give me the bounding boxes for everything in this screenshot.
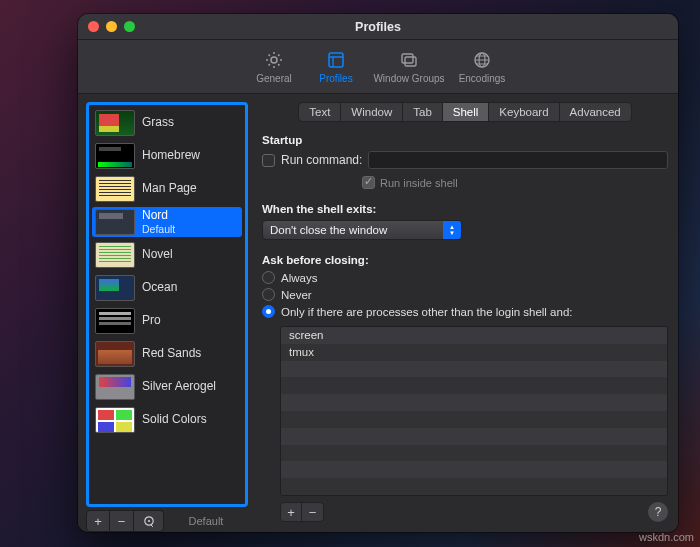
svg-rect-2 bbox=[402, 54, 413, 63]
profile-sub: Default bbox=[142, 223, 175, 235]
default-button[interactable]: Default bbox=[164, 510, 248, 532]
profile-actions-menu[interactable] bbox=[134, 510, 164, 532]
run-command-checkbox[interactable] bbox=[262, 154, 275, 167]
profile-thumbnail bbox=[95, 110, 135, 136]
run-command-input[interactable] bbox=[368, 151, 668, 169]
profile-name: Ocean bbox=[142, 281, 177, 295]
process-row[interactable] bbox=[281, 478, 667, 495]
close-window-icon[interactable] bbox=[88, 21, 99, 32]
profile-item[interactable]: Silver Aerogel bbox=[92, 372, 242, 402]
traffic-lights bbox=[88, 21, 135, 32]
profile-thumbnail bbox=[95, 374, 135, 400]
svg-rect-3 bbox=[405, 57, 416, 66]
process-row[interactable] bbox=[281, 428, 667, 445]
profile-item[interactable]: Solid Colors bbox=[92, 405, 242, 435]
radio-row-onlyif: Only if there are processes other than t… bbox=[262, 305, 668, 318]
settings-panel: TextWindowTabShellKeyboardAdvanced Start… bbox=[248, 94, 678, 532]
shell-exit-header: When the shell exits: bbox=[262, 203, 668, 215]
process-row[interactable] bbox=[281, 361, 667, 378]
process-row[interactable] bbox=[281, 411, 667, 428]
toolbar: GeneralProfilesWindow GroupsEncodings bbox=[78, 40, 678, 94]
add-process-button[interactable]: + bbox=[280, 502, 302, 522]
ask-before-closing-header: Ask before closing: bbox=[262, 254, 668, 266]
radio-always-label: Always bbox=[281, 272, 317, 284]
radio-never[interactable] bbox=[262, 288, 275, 301]
radio-onlyif-label: Only if there are processes other than t… bbox=[281, 306, 573, 318]
profile-thumbnail bbox=[95, 275, 135, 301]
toolbar-groups[interactable]: Window Groups bbox=[368, 45, 450, 88]
process-row[interactable] bbox=[281, 394, 667, 411]
process-row[interactable] bbox=[281, 461, 667, 478]
updown-icon: ▲▼ bbox=[443, 221, 461, 239]
run-command-row: Run command: bbox=[262, 151, 668, 169]
stack-icon bbox=[398, 49, 420, 71]
profile-name: Grass bbox=[142, 116, 174, 130]
tab-bar: TextWindowTabShellKeyboardAdvanced bbox=[262, 102, 668, 122]
profile-name: Man Page bbox=[142, 182, 197, 196]
tab-tab[interactable]: Tab bbox=[403, 102, 443, 122]
profile-name: Homebrew bbox=[142, 149, 200, 163]
gear-icon bbox=[263, 49, 285, 71]
profile-item[interactable]: Grass bbox=[92, 108, 242, 138]
watermark: wskdn.com bbox=[639, 531, 694, 543]
sidebar-footer: + − Default bbox=[86, 510, 248, 532]
tab-advanced[interactable]: Advanced bbox=[560, 102, 632, 122]
remove-profile-button[interactable]: − bbox=[110, 510, 134, 532]
radio-row-always: Always bbox=[262, 271, 668, 284]
process-list[interactable]: screentmux bbox=[280, 326, 668, 496]
profile-thumbnail bbox=[95, 242, 135, 268]
profile-item[interactable]: Pro bbox=[92, 306, 242, 336]
content: GrassHomebrewMan PageNordDefaultNovelOce… bbox=[78, 94, 678, 532]
startup-header: Startup bbox=[262, 134, 668, 146]
tab-text[interactable]: Text bbox=[298, 102, 341, 122]
profile-thumbnail bbox=[95, 176, 135, 202]
profile-name: Pro bbox=[142, 314, 161, 328]
add-profile-button[interactable]: + bbox=[86, 510, 110, 532]
shell-exit-select[interactable]: Don't close the window ▲▼ bbox=[262, 220, 462, 240]
remove-process-button[interactable]: − bbox=[302, 502, 324, 522]
tab-shell[interactable]: Shell bbox=[443, 102, 490, 122]
toolbar-general[interactable]: General bbox=[244, 45, 304, 88]
toolbar-encodings[interactable]: Encodings bbox=[452, 45, 512, 88]
process-pm: + − bbox=[280, 502, 324, 522]
svg-point-7 bbox=[147, 520, 149, 522]
profile-item[interactable]: NordDefault bbox=[92, 207, 242, 237]
panel-footer: + − ? bbox=[280, 502, 668, 522]
profile-item[interactable]: Man Page bbox=[92, 174, 242, 204]
process-row[interactable] bbox=[281, 377, 667, 394]
help-button[interactable]: ? bbox=[648, 502, 668, 522]
toolbar-label: Window Groups bbox=[373, 73, 444, 84]
tab-window[interactable]: Window bbox=[341, 102, 403, 122]
toolbar-label: Encodings bbox=[459, 73, 506, 84]
process-row[interactable]: tmux bbox=[281, 344, 667, 361]
profile-name: Novel bbox=[142, 248, 173, 262]
zoom-window-icon[interactable] bbox=[124, 21, 135, 32]
profile-item[interactable]: Ocean bbox=[92, 273, 242, 303]
profile-name: Silver Aerogel bbox=[142, 380, 216, 394]
minimize-window-icon[interactable] bbox=[106, 21, 117, 32]
svg-point-0 bbox=[271, 57, 277, 63]
run-inside-shell-checkbox[interactable] bbox=[362, 176, 375, 189]
globe-icon bbox=[471, 49, 493, 71]
profile-item[interactable]: Homebrew bbox=[92, 141, 242, 171]
toolbar-label: Profiles bbox=[319, 73, 352, 84]
titlebar: Profiles bbox=[78, 14, 678, 40]
tab-keyboard[interactable]: Keyboard bbox=[489, 102, 559, 122]
profile-name: Solid Colors bbox=[142, 413, 207, 427]
run-command-label: Run command: bbox=[281, 153, 362, 167]
window-title: Profiles bbox=[78, 20, 678, 34]
profile-thumbnail bbox=[95, 407, 135, 433]
radio-row-never: Never bbox=[262, 288, 668, 301]
run-inside-shell-row: Run inside shell bbox=[362, 176, 668, 189]
profile-icon bbox=[325, 49, 347, 71]
shell-exit-value: Don't close the window bbox=[270, 224, 387, 236]
radio-onlyif[interactable] bbox=[262, 305, 275, 318]
profile-item[interactable]: Novel bbox=[92, 240, 242, 270]
process-row[interactable]: screen bbox=[281, 327, 667, 344]
profile-list[interactable]: GrassHomebrewMan PageNordDefaultNovelOce… bbox=[86, 102, 248, 507]
profile-thumbnail bbox=[95, 341, 135, 367]
process-row[interactable] bbox=[281, 445, 667, 462]
profile-item[interactable]: Red Sands bbox=[92, 339, 242, 369]
radio-always[interactable] bbox=[262, 271, 275, 284]
toolbar-profiles[interactable]: Profiles bbox=[306, 45, 366, 88]
